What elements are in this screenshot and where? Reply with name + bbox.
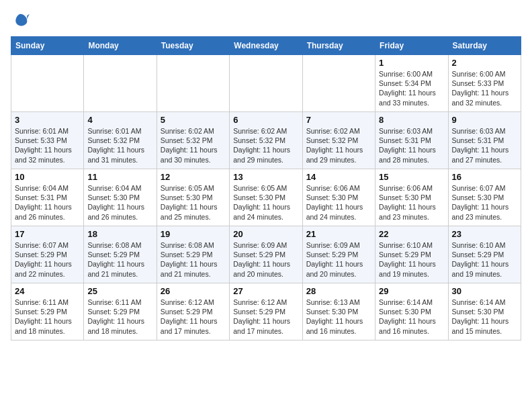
calendar-cell: 24Sunrise: 6:11 AM Sunset: 5:29 PM Dayli… (11, 283, 84, 340)
calendar-cell: 3Sunrise: 6:01 AM Sunset: 5:33 PM Daylig… (11, 112, 84, 169)
calendar-cell: 8Sunrise: 6:03 AM Sunset: 5:31 PM Daylig… (375, 112, 448, 169)
calendar-cell: 9Sunrise: 6:03 AM Sunset: 5:31 PM Daylig… (448, 112, 521, 169)
day-info: Sunrise: 6:04 AM Sunset: 5:30 PM Dayligh… (87, 183, 152, 222)
calendar-week-2: 3Sunrise: 6:01 AM Sunset: 5:33 PM Daylig… (11, 112, 521, 169)
day-info: Sunrise: 6:14 AM Sunset: 5:30 PM Dayligh… (379, 298, 444, 336)
day-number: 30 (452, 286, 517, 296)
day-number: 6 (233, 115, 298, 125)
calendar-cell: 23Sunrise: 6:10 AM Sunset: 5:29 PM Dayli… (448, 226, 521, 283)
calendar-cell: 17Sunrise: 6:07 AM Sunset: 5:29 PM Dayli… (11, 226, 84, 283)
calendar-cell: 18Sunrise: 6:08 AM Sunset: 5:29 PM Dayli… (84, 226, 157, 283)
day-number: 23 (452, 229, 517, 239)
calendar-cell: 16Sunrise: 6:07 AM Sunset: 5:30 PM Dayli… (448, 169, 521, 226)
calendar-header-row: SundayMondayTuesdayWednesdayThursdayFrid… (11, 37, 521, 55)
day-number: 19 (161, 229, 226, 239)
day-number: 20 (233, 229, 298, 239)
day-info: Sunrise: 6:11 AM Sunset: 5:29 PM Dayligh… (87, 298, 152, 336)
calendar-cell: 7Sunrise: 6:02 AM Sunset: 5:32 PM Daylig… (302, 112, 375, 169)
day-number: 11 (87, 172, 152, 182)
calendar-cell: 26Sunrise: 6:12 AM Sunset: 5:29 PM Dayli… (157, 283, 229, 340)
day-number: 1 (379, 58, 444, 68)
calendar-body: 1Sunrise: 6:00 AM Sunset: 5:34 PM Daylig… (11, 55, 521, 340)
calendar-header-wednesday: Wednesday (230, 37, 302, 55)
day-number: 9 (452, 115, 517, 125)
calendar-cell: 15Sunrise: 6:06 AM Sunset: 5:30 PM Dayli… (375, 169, 448, 226)
calendar-cell: 10Sunrise: 6:04 AM Sunset: 5:31 PM Dayli… (11, 169, 84, 226)
day-number: 5 (161, 115, 226, 125)
calendar-week-3: 10Sunrise: 6:04 AM Sunset: 5:31 PM Dayli… (11, 169, 521, 226)
logo-icon (11, 11, 30, 30)
calendar-cell (302, 55, 375, 112)
day-info: Sunrise: 6:02 AM Sunset: 5:32 PM Dayligh… (233, 126, 298, 165)
day-info: Sunrise: 6:09 AM Sunset: 5:29 PM Dayligh… (306, 240, 371, 279)
day-number: 2 (452, 58, 517, 68)
calendar-cell: 20Sunrise: 6:09 AM Sunset: 5:29 PM Dayli… (230, 226, 302, 283)
calendar-week-1: 1Sunrise: 6:00 AM Sunset: 5:34 PM Daylig… (11, 55, 521, 112)
calendar-week-5: 24Sunrise: 6:11 AM Sunset: 5:29 PM Dayli… (11, 283, 521, 340)
day-number: 28 (306, 286, 371, 296)
calendar-cell: 14Sunrise: 6:06 AM Sunset: 5:30 PM Dayli… (302, 169, 375, 226)
day-info: Sunrise: 6:03 AM Sunset: 5:31 PM Dayligh… (452, 126, 517, 165)
calendar-cell: 12Sunrise: 6:05 AM Sunset: 5:30 PM Dayli… (157, 169, 229, 226)
calendar-header-saturday: Saturday (448, 37, 521, 55)
calendar-week-4: 17Sunrise: 6:07 AM Sunset: 5:29 PM Dayli… (11, 226, 521, 283)
calendar-cell: 11Sunrise: 6:04 AM Sunset: 5:30 PM Dayli… (84, 169, 157, 226)
day-info: Sunrise: 6:00 AM Sunset: 5:33 PM Dayligh… (452, 69, 517, 107)
calendar-cell: 29Sunrise: 6:14 AM Sunset: 5:30 PM Dayli… (375, 283, 448, 340)
day-info: Sunrise: 6:06 AM Sunset: 5:30 PM Dayligh… (306, 183, 371, 222)
calendar-cell: 2Sunrise: 6:00 AM Sunset: 5:33 PM Daylig… (448, 55, 521, 112)
day-info: Sunrise: 6:05 AM Sunset: 5:30 PM Dayligh… (233, 183, 298, 222)
day-number: 18 (87, 229, 152, 239)
calendar-cell (230, 55, 302, 112)
day-number: 10 (15, 172, 80, 182)
day-info: Sunrise: 6:07 AM Sunset: 5:30 PM Dayligh… (452, 183, 517, 222)
day-number: 29 (379, 286, 444, 296)
calendar-cell: 22Sunrise: 6:10 AM Sunset: 5:29 PM Dayli… (375, 226, 448, 283)
calendar-cell: 6Sunrise: 6:02 AM Sunset: 5:32 PM Daylig… (230, 112, 302, 169)
page-header (11, 11, 521, 30)
day-number: 26 (161, 286, 226, 296)
day-number: 21 (306, 229, 371, 239)
day-info: Sunrise: 6:11 AM Sunset: 5:29 PM Dayligh… (15, 298, 80, 336)
day-number: 27 (233, 286, 298, 296)
calendar-header-monday: Monday (84, 37, 157, 55)
day-number: 14 (306, 172, 371, 182)
calendar-header-tuesday: Tuesday (157, 37, 229, 55)
day-number: 24 (15, 286, 80, 296)
calendar-header-friday: Friday (375, 37, 448, 55)
calendar-cell: 1Sunrise: 6:00 AM Sunset: 5:34 PM Daylig… (375, 55, 448, 112)
day-info: Sunrise: 6:12 AM Sunset: 5:29 PM Dayligh… (161, 298, 226, 336)
calendar-table: SundayMondayTuesdayWednesdayThursdayFrid… (11, 36, 521, 340)
day-info: Sunrise: 6:12 AM Sunset: 5:29 PM Dayligh… (233, 298, 298, 336)
calendar-cell: 4Sunrise: 6:01 AM Sunset: 5:32 PM Daylig… (84, 112, 157, 169)
day-info: Sunrise: 6:10 AM Sunset: 5:29 PM Dayligh… (379, 240, 444, 279)
calendar-cell: 21Sunrise: 6:09 AM Sunset: 5:29 PM Dayli… (302, 226, 375, 283)
day-info: Sunrise: 6:03 AM Sunset: 5:31 PM Dayligh… (379, 126, 444, 165)
day-info: Sunrise: 6:08 AM Sunset: 5:29 PM Dayligh… (87, 240, 152, 279)
day-number: 8 (379, 115, 444, 125)
day-info: Sunrise: 6:02 AM Sunset: 5:32 PM Dayligh… (161, 126, 226, 165)
day-info: Sunrise: 6:00 AM Sunset: 5:34 PM Dayligh… (379, 69, 444, 107)
day-number: 22 (379, 229, 444, 239)
calendar-cell (84, 55, 157, 112)
day-number: 16 (452, 172, 517, 182)
logo (11, 11, 32, 30)
calendar-cell (11, 55, 84, 112)
day-info: Sunrise: 6:01 AM Sunset: 5:32 PM Dayligh… (87, 126, 152, 165)
day-number: 4 (87, 115, 152, 125)
day-info: Sunrise: 6:08 AM Sunset: 5:29 PM Dayligh… (161, 240, 226, 279)
day-info: Sunrise: 6:06 AM Sunset: 5:30 PM Dayligh… (379, 183, 444, 222)
day-number: 17 (15, 229, 80, 239)
day-info: Sunrise: 6:04 AM Sunset: 5:31 PM Dayligh… (15, 183, 80, 222)
calendar-cell: 13Sunrise: 6:05 AM Sunset: 5:30 PM Dayli… (230, 169, 302, 226)
day-info: Sunrise: 6:09 AM Sunset: 5:29 PM Dayligh… (233, 240, 298, 279)
calendar-cell: 5Sunrise: 6:02 AM Sunset: 5:32 PM Daylig… (157, 112, 229, 169)
day-number: 3 (15, 115, 80, 125)
day-number: 7 (306, 115, 371, 125)
calendar-cell: 25Sunrise: 6:11 AM Sunset: 5:29 PM Dayli… (84, 283, 157, 340)
day-number: 13 (233, 172, 298, 182)
day-info: Sunrise: 6:13 AM Sunset: 5:30 PM Dayligh… (306, 298, 371, 336)
calendar-cell: 28Sunrise: 6:13 AM Sunset: 5:30 PM Dayli… (302, 283, 375, 340)
calendar-cell: 19Sunrise: 6:08 AM Sunset: 5:29 PM Dayli… (157, 226, 229, 283)
calendar-cell: 27Sunrise: 6:12 AM Sunset: 5:29 PM Dayli… (230, 283, 302, 340)
